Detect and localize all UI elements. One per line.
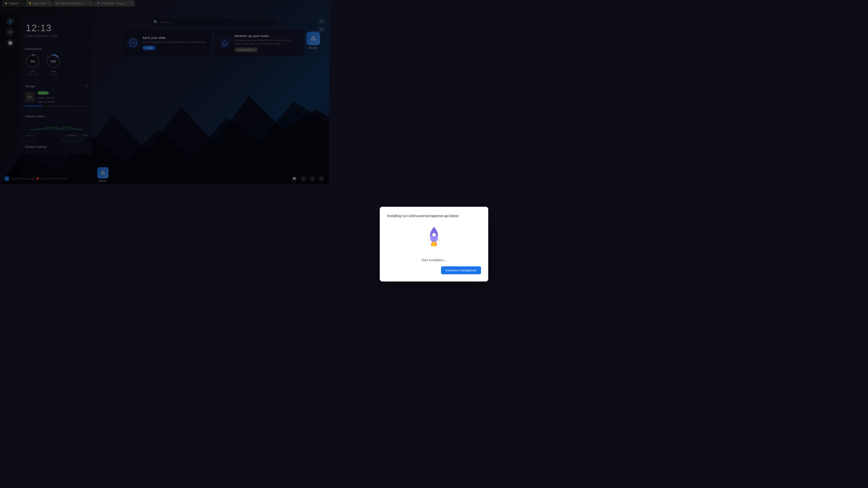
modal-overlay[interactable]: Installing lscr.io/linuxserver/apprise-a… — [0, 0, 329, 184]
